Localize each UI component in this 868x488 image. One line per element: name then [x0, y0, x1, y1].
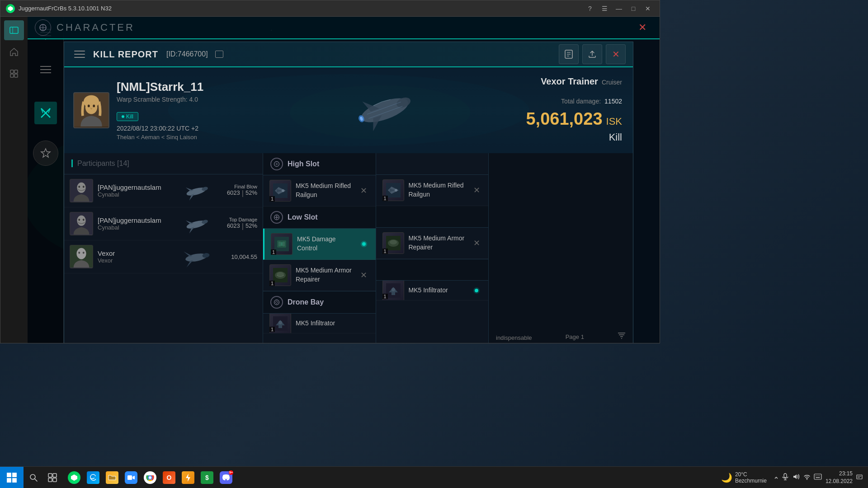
- kr-actions: ✕: [559, 44, 626, 64]
- participant-corp-3: Vexor: [98, 257, 176, 264]
- high-slot-right-remove-1[interactable]: ✕: [471, 185, 482, 196]
- maximize-button[interactable]: □: [627, 2, 640, 15]
- header-character-label: CHARACTER: [57, 22, 135, 33]
- high-slot-item-right-1[interactable]: 1 MK5 Medium Rifled Railgun ✕: [376, 175, 489, 206]
- high-slot-item-1[interactable]: 1 MK5 Medium Rifled Railgun ✕: [263, 175, 376, 206]
- sidebar-icon-rank[interactable]: [33, 141, 58, 166]
- taskbar-search[interactable]: [24, 467, 43, 488]
- high-slot-section: High Slot: [263, 153, 376, 206]
- help-button[interactable]: ?: [584, 2, 596, 15]
- indispensable-label: indispensable: [496, 334, 532, 341]
- participant-ship-3: [180, 248, 208, 266]
- bs-icon-game[interactable]: [4, 20, 24, 40]
- kr-body: Participants [14]: [64, 153, 633, 343]
- menu-button[interactable]: ☰: [598, 2, 611, 15]
- kill-report-header: KILL REPORT [ID:7466700]: [64, 42, 633, 67]
- bs-icon-apps[interactable]: [4, 64, 24, 84]
- filter-icon[interactable]: [618, 332, 626, 341]
- svg-point-70: [76, 248, 86, 259]
- low-slot-item-2[interactable]: 1 MK5 Medium Armor Repairer ✕: [263, 260, 376, 291]
- participant-item[interactable]: [PAN]juggernautslam Cynabal: [64, 174, 263, 207]
- wifi-icon[interactable]: [803, 473, 811, 483]
- low-slot-action-1[interactable]: [359, 239, 369, 249]
- kr-export-button[interactable]: [582, 44, 602, 64]
- taskbar-edge[interactable]: [84, 469, 102, 487]
- svg-rect-115: [48, 478, 52, 482]
- low-slot-right-count-1: 1: [382, 249, 388, 254]
- svg-point-95: [395, 189, 397, 192]
- participant-avatar-2: [70, 212, 93, 235]
- participant-info-3: Vexor Vexor: [98, 249, 176, 264]
- svg-rect-118: [127, 475, 132, 480]
- participants-title: Participants [14]: [71, 160, 129, 167]
- drone-bay-item-1[interactable]: 1 MK5 Infiltrator: [263, 314, 376, 333]
- taskbar-time-display[interactable]: 23:15 12.08.2022: [826, 470, 853, 485]
- svg-point-91: [274, 300, 279, 305]
- taskbar-finance[interactable]: $: [198, 469, 216, 487]
- svg-point-58: [77, 183, 85, 193]
- taskbar-office[interactable]: O: [160, 469, 178, 487]
- microphone-icon[interactable]: [781, 473, 789, 483]
- svg-point-49: [88, 105, 90, 108]
- participant-item-2[interactable]: [PAN]juggernautslam Cynabal: [64, 207, 263, 240]
- low-slot-right-remove-1[interactable]: ✕: [471, 238, 482, 249]
- participant-corp-1: Cynabal: [98, 191, 176, 198]
- kr-title: KILL REPORT: [93, 49, 158, 60]
- svg-marker-117: [71, 474, 77, 481]
- taskbar-lightning[interactable]: [179, 469, 197, 487]
- minimize-button[interactable]: —: [613, 2, 625, 15]
- low-slot-count-1: 1: [271, 249, 276, 255]
- ship-class: Cruiser: [602, 79, 622, 86]
- taskbar-zoom[interactable]: [122, 469, 140, 487]
- desktop: JuggernautFrCrBs 5.3.10.1001 N32 ? ☰ — □…: [0, 0, 868, 488]
- low-slot-item-1[interactable]: 1 MK5 Damage Control: [263, 229, 376, 260]
- svg-rect-128: [814, 474, 821, 479]
- ship-svg: [335, 74, 434, 146]
- participant-list: [PAN]juggernautslam Cynabal: [64, 174, 263, 343]
- sidebar-menu-2[interactable]: [34, 58, 57, 81]
- keyboard-icon[interactable]: [814, 474, 822, 482]
- low-slot-remove-2[interactable]: ✕: [359, 270, 369, 281]
- taskbar-task-view[interactable]: [43, 469, 61, 487]
- kr-info-section: [NML]Starrk_11 Warp Scramble Strength: 4…: [64, 67, 633, 153]
- participant-item-3[interactable]: Vexor Vexor: [64, 240, 263, 273]
- close-window-button[interactable]: ✕: [642, 2, 654, 15]
- high-slot-label: High Slot: [288, 160, 319, 168]
- low-slot-name-1: MK5 Damage Control: [297, 235, 354, 253]
- weather-location: Bezchmurnie: [735, 478, 767, 484]
- fittings-col-left: High Slot: [263, 153, 376, 343]
- notification-center[interactable]: [856, 474, 863, 481]
- taskbar-explorer[interactable]: [103, 469, 121, 487]
- svg-point-122: [224, 477, 226, 478]
- taskbar-chrome[interactable]: [141, 469, 159, 487]
- copy-id-button[interactable]: [215, 51, 223, 58]
- bs-icon-home[interactable]: [4, 42, 24, 62]
- volume-icon[interactable]: [792, 473, 800, 483]
- start-button[interactable]: [0, 467, 24, 488]
- sidebar-icon-combat[interactable]: [34, 102, 57, 124]
- drone-bay-right-item-1[interactable]: 1 MK5 Infiltrator: [376, 281, 489, 300]
- drone-bay-label: Drone Bay: [288, 298, 324, 306]
- svg-rect-22: [14, 70, 18, 73]
- svg-rect-21: [10, 70, 14, 73]
- svg-point-87: [362, 242, 366, 246]
- sys-tray-expand[interactable]: [774, 474, 778, 482]
- svg-point-98: [390, 240, 397, 244]
- taskbar-bluestacks[interactable]: [65, 469, 83, 487]
- svg-rect-19: [10, 27, 18, 33]
- svg-rect-116: [53, 478, 57, 482]
- svg-point-71: [78, 252, 80, 254]
- high-slot-remove-1[interactable]: ✕: [359, 185, 369, 196]
- kr-close-button[interactable]: ✕: [606, 44, 626, 64]
- kr-menu-button[interactable]: [71, 46, 88, 62]
- low-slot-right-item-1[interactable]: 1 MK5 Medium Armor Repairer ✕: [376, 228, 489, 259]
- drone-right-action-1[interactable]: [471, 285, 482, 296]
- high-slot-header: High Slot: [263, 153, 376, 175]
- game-close-button[interactable]: ✕: [632, 18, 652, 38]
- fittings-col-right: 1 MK5 Medium Rifled Railgun ✕: [376, 153, 489, 343]
- kr-notes-button[interactable]: [559, 44, 579, 64]
- taskbar-discord[interactable]: 9+: [217, 469, 235, 487]
- svg-point-121: [149, 476, 151, 479]
- kill-location: Thelan < Aeman < Sinq Laison: [117, 134, 254, 141]
- svg-rect-110: [12, 478, 17, 483]
